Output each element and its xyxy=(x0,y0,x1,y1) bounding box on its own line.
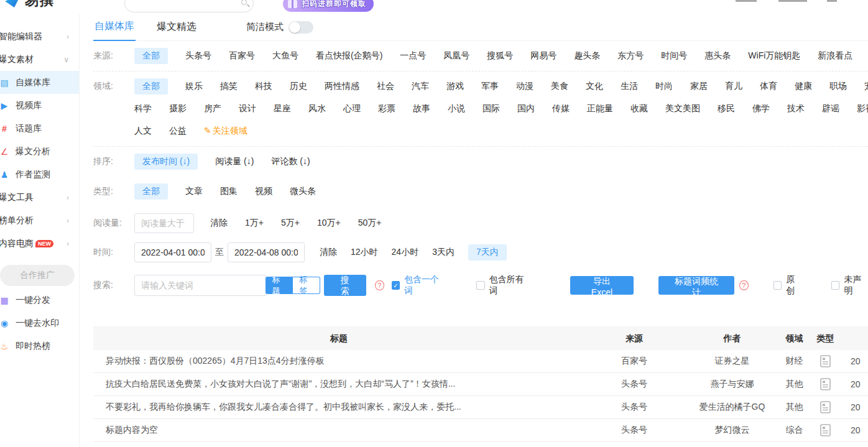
domain-chip[interactable]: 风水 xyxy=(308,101,326,117)
source-chip[interactable]: 新浪看点 xyxy=(818,48,852,64)
type-chip[interactable]: 微头条 xyxy=(290,183,316,200)
domain-chip[interactable]: 历史 xyxy=(290,78,307,94)
source-chip[interactable]: 搜狐号 xyxy=(487,48,513,64)
source-chip[interactable]: 百家号 xyxy=(229,48,255,64)
sort-chip[interactable]: 阅读量 (↓) xyxy=(215,154,254,170)
domain-chip[interactable]: 动漫 xyxy=(516,78,533,94)
domain-chip[interactable]: 星座 xyxy=(274,101,291,117)
domain-chip[interactable]: 人文 xyxy=(134,123,152,139)
title-word-freq-button[interactable]: 标题词频统计 xyxy=(658,276,734,295)
domain-chip[interactable]: 生活 xyxy=(621,78,638,94)
domain-chip[interactable]: 辟谣 xyxy=(822,101,839,117)
source-chip[interactable]: 头条号 xyxy=(185,48,211,64)
cell-title[interactable]: 标题内容为空 xyxy=(93,425,584,436)
sidebar-item-watermark-remove[interactable]: ◉ 一键去水印 xyxy=(0,311,79,334)
domain-chip[interactable]: 设计 xyxy=(239,101,256,117)
type-chip[interactable]: 全部 xyxy=(134,183,168,200)
domain-chip[interactable]: 美食 xyxy=(551,78,568,94)
sort-chip[interactable]: 评论数 (↓) xyxy=(271,154,310,170)
domain-chip[interactable]: 影视综 xyxy=(857,101,868,117)
cell-title[interactable]: 不要彩礼，我再给你换辆车，你跟我女儿凑合凑合得了。初中我被叫家长，家没人来，委托… xyxy=(93,402,584,413)
domain-chip[interactable]: 时尚 xyxy=(655,78,673,94)
simple-mode-toggle[interactable] xyxy=(289,21,313,34)
table-row[interactable]: 抗疫大白给居民送免费菜，小女孩对大白说了声“谢谢”，没想到，大白却“骂人了”！女… xyxy=(93,373,868,396)
sidebar-item-ranking-analysis[interactable]: 榜单分析 › xyxy=(0,209,79,232)
domain-chip[interactable]: 搞笑 xyxy=(220,78,238,94)
domain-chip[interactable]: 社会 xyxy=(377,78,394,94)
source-chip[interactable]: 一点号 xyxy=(400,48,426,64)
undeclared-checkbox[interactable]: 未声明 xyxy=(831,274,868,297)
domain-chip[interactable]: 两性情感 xyxy=(325,78,359,94)
domain-chip[interactable]: 育儿 xyxy=(725,78,742,94)
reads-chip[interactable]: 50万+ xyxy=(358,215,382,231)
export-excel-button[interactable]: 导出Excel xyxy=(570,276,634,295)
reads-chip[interactable]: 10万+ xyxy=(317,215,341,231)
domain-chip[interactable]: 美文美图 xyxy=(665,101,700,117)
reads-chip[interactable]: 1万+ xyxy=(245,215,264,231)
domain-chip[interactable]: 军事 xyxy=(481,78,499,94)
source-chip[interactable]: 凤凰号 xyxy=(443,48,469,64)
sidebar-item-author-monitor[interactable]: ♟ 作者监测 xyxy=(0,163,79,186)
contain-any-checkbox[interactable]: ✓ 包含一个词 xyxy=(392,274,445,297)
source-chip[interactable]: 东方号 xyxy=(617,48,644,64)
domain-chip[interactable]: 游戏 xyxy=(446,78,464,94)
domain-chip[interactable]: 职场 xyxy=(829,78,847,94)
search-button[interactable]: 搜索 xyxy=(324,275,366,296)
domain-chip[interactable]: 公益 xyxy=(169,123,187,139)
source-chip[interactable]: 时间号 xyxy=(661,48,687,64)
source-chip[interactable]: 惠头条 xyxy=(704,48,731,64)
time-chip[interactable]: 12小时 xyxy=(351,244,378,260)
domain-chip[interactable]: 收藏 xyxy=(630,101,648,117)
domain-chip[interactable]: 全部 xyxy=(134,78,168,94)
domain-chip[interactable]: 移民 xyxy=(718,101,735,117)
table-row[interactable]: 不要彩礼，我再给你换辆车，你跟我女儿凑合凑合得了。初中我被叫家长，家没人来，委托… xyxy=(93,396,868,419)
sidebar-item-content-ecommerce[interactable]: 内容电商 NEW › xyxy=(0,232,79,255)
sidebar-item-video-library[interactable]: ▶ 视频库 xyxy=(0,94,79,117)
qr-group-promo-badge[interactable]: 扫码进群即可领取 xyxy=(283,0,374,12)
sidebar-item-viral-analysis[interactable]: ∠ 爆文分析 xyxy=(0,140,79,163)
domain-chip[interactable]: 科技 xyxy=(255,78,272,94)
contain-all-checkbox[interactable]: 包含所有词 xyxy=(476,274,529,297)
time-chip[interactable]: 清除 xyxy=(320,244,337,260)
domain-chip[interactable]: 小说 xyxy=(448,101,465,117)
domain-chip[interactable]: 摄影 xyxy=(169,101,187,117)
domain-chip[interactable]: 健康 xyxy=(795,78,812,94)
domain-chip[interactable]: 汽车 xyxy=(412,78,429,94)
time-chip[interactable]: 24小时 xyxy=(392,244,419,260)
sidebar-item-viral-tools[interactable]: 爆文工具 › xyxy=(0,186,79,209)
domain-chip[interactable]: 科学 xyxy=(134,101,152,117)
time-chip[interactable]: 3天内 xyxy=(432,244,455,260)
domain-chip[interactable]: 家居 xyxy=(690,78,708,94)
domain-chip[interactable]: 娱乐 xyxy=(185,78,203,94)
table-row[interactable]: 房贷该不该因疫情延期需考虑“两个平衡” QQ看点 经济观察报 财经 20 xyxy=(93,442,868,447)
sidebar-item-media-library[interactable]: ▤ 自媒体库 xyxy=(0,71,79,94)
source-chip[interactable]: 趣头条 xyxy=(574,48,600,64)
tab-viral-selection[interactable]: 爆文精选 xyxy=(155,14,198,40)
time-chip[interactable]: 7天内 xyxy=(468,244,507,260)
time-from-input[interactable] xyxy=(134,242,211,262)
follow-domain-button[interactable]: ✎关注领域 xyxy=(204,126,247,137)
table-row[interactable]: 异动快报：西仪股份（002265）4月7日13点4分封涨停板 百家号 证券之星 … xyxy=(93,350,868,373)
segment-title-button[interactable]: 标题 xyxy=(265,277,293,294)
domain-chip[interactable]: 彩票 xyxy=(378,101,395,117)
reads-threshold-input[interactable] xyxy=(134,213,194,233)
source-chip[interactable]: 大鱼号 xyxy=(272,48,298,64)
sidebar-item-topic-library[interactable]: # 话题库 xyxy=(0,117,79,140)
source-chip[interactable]: 全部 xyxy=(134,48,168,64)
top-search-input[interactable] xyxy=(124,0,254,12)
domain-chip[interactable]: 传媒 xyxy=(552,101,570,117)
domain-chip[interactable]: 技术 xyxy=(787,101,805,117)
cell-title[interactable]: 异动快报：西仪股份（002265）4月7日13点4分封涨停板 xyxy=(93,356,584,367)
domain-chip[interactable]: 宠物 xyxy=(864,78,868,94)
domain-chip[interactable]: 心理 xyxy=(343,101,361,117)
type-chip[interactable]: 文章 xyxy=(185,183,203,200)
type-chip[interactable]: 视频 xyxy=(255,183,272,200)
original-checkbox[interactable]: 原创 xyxy=(773,274,802,297)
sidebar-item-smart-editor[interactable]: 智能编辑器 › xyxy=(0,25,79,48)
reads-chip[interactable]: 5万+ xyxy=(281,215,300,231)
domain-chip[interactable]: 文化 xyxy=(586,78,603,94)
app-logo[interactable]: 易撰 xyxy=(5,0,55,10)
segment-tag-button[interactable]: 标签 xyxy=(293,277,320,294)
type-chip[interactable]: 图集 xyxy=(220,183,238,200)
sidebar-item-viral-material[interactable]: 爆文素材 ∨ xyxy=(0,48,79,71)
